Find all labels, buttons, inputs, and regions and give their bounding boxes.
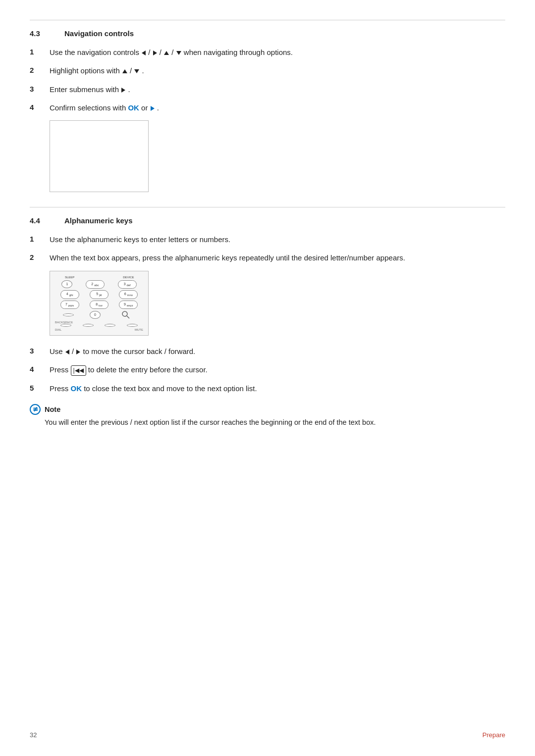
keypad-label-row: SLEEP DEVICE [55,276,143,279]
note-icon: ≢ [30,404,41,415]
keypad-image: SLEEP DEVICE 1 2 abc 3 def 4 ghi 5 jkl 6… [50,271,149,336]
section-label: Prepare [482,731,505,739]
keypad-row-1: 1 2 abc 3 def [55,280,143,289]
list-item: 3 Use / to move the cursor back / forwar… [30,346,505,357]
key-hash [83,324,94,327]
list-item: 4 Press |◀◀ to delete the entry before t… [30,364,505,375]
list-item: 1 Use the alphanumeric keys to enter let… [30,234,505,245]
item-text: When the text box appears, press the alp… [50,252,405,263]
arrow-left-icon [142,50,146,55]
arrow-down-icon [176,51,181,55]
item-text: Highlight options with / . [50,65,144,76]
note-text: You will enter the previous / next optio… [45,417,375,428]
list-item: 1 Use the navigation controls / / / when… [30,47,505,58]
item-number: 2 [30,65,40,76]
note-content: Note You will enter the previous / next … [45,404,375,428]
key-mute [105,324,115,327]
list-item: 4 Confirm selections with OK or . [30,102,505,113]
arrow-left-icon [65,350,69,354]
section-num: 4.4 [30,216,50,225]
key-3: 3 def [118,280,137,289]
key-0: 0 [90,311,101,319]
item-text: Use / to move the cursor back / forward. [50,346,195,357]
key-dial [60,324,71,327]
arrow-right-icon [76,350,80,354]
key-8: 8 tuv [90,301,108,309]
svg-line-1 [127,316,129,318]
key-2: 2 abc [86,280,105,289]
svg-point-0 [122,311,127,316]
key-4: 4 ghi [60,290,79,299]
arrow-right-blue-icon [151,106,155,111]
alphanumeric-after-list: 3 Use / to move the cursor back / forwar… [30,346,505,394]
item-number: 5 [30,383,40,394]
keypad-row-4: 0 [55,310,143,319]
keypad-bottom-labels: DIAL MUTE [55,328,143,331]
key-5: 5 jkl [90,290,108,299]
item-number: 4 [30,364,40,375]
item-number: 2 [30,252,40,263]
section-4-4: 4.4 Alphanumeric keys 1 Use the alphanum… [30,207,505,428]
item-text: Use the alphanumeric keys to enter lette… [50,234,230,245]
arrow-right-icon [153,50,157,55]
alphanumeric-list: 1 Use the alphanumeric keys to enter let… [30,234,505,264]
item-text: Press OK to close the text box and move … [50,383,257,394]
item-text: Press |◀◀ to delete the entry before the… [50,364,208,375]
item-text: Confirm selections with OK or . [50,102,159,113]
list-item: 2 When the text box appears, press the a… [30,252,505,263]
note-section: ≢ Note You will enter the previous / nex… [30,404,505,428]
item-number: 4 [30,102,40,113]
keypad-row-2: 4 ghi 5 jkl 6 mno [55,290,143,299]
section-title-4-4: 4.4 Alphanumeric keys [30,216,505,225]
page-number: 32 [30,731,37,739]
item-text: Enter submenus with . [50,84,130,95]
arrow-right-icon [121,88,125,93]
item-number: 3 [30,84,40,95]
ok-label: OK [71,384,82,393]
note-title: Note [45,404,375,415]
arrow-down-icon [134,69,139,73]
key-extra [127,324,138,327]
backtrack-icon: |◀◀ [71,365,86,376]
section-num: 4.3 [30,29,50,38]
section-heading: Alphanumeric keys [64,216,133,225]
nav-controls-image [50,120,149,192]
key-9: 9 wxyz [119,301,138,309]
list-item: 5 Press OK to close the text box and mov… [30,383,505,394]
key-star [63,313,74,316]
keypad-row-3: 7 pqrs 8 tuv 9 wxyz [55,301,143,309]
key-1: 1 [61,280,72,288]
arrow-up-icon [122,69,127,73]
section-title-4-3: 4.3 Navigation controls [30,29,505,38]
nav-controls-list: 1 Use the navigation controls / / / when… [30,47,505,113]
item-number: 1 [30,234,40,245]
item-number: 3 [30,346,40,357]
page-footer: 32 Prepare [30,731,505,739]
arrow-up-icon [164,51,169,55]
ok-label: OK [128,103,139,112]
key-6: 6 mno [119,290,138,299]
list-item: 3 Enter submenus with . [30,84,505,95]
item-text: Use the navigation controls / / / when n… [50,47,293,58]
item-number: 1 [30,47,40,58]
key-7: 7 pqrs [60,301,79,309]
section-heading: Navigation controls [64,29,134,38]
section-4-3: 4.3 Navigation controls 1 Use the naviga… [30,20,505,192]
list-item: 2 Highlight options with / . [30,65,505,76]
search-icon [121,310,130,319]
keypad-row-5 [55,324,143,327]
